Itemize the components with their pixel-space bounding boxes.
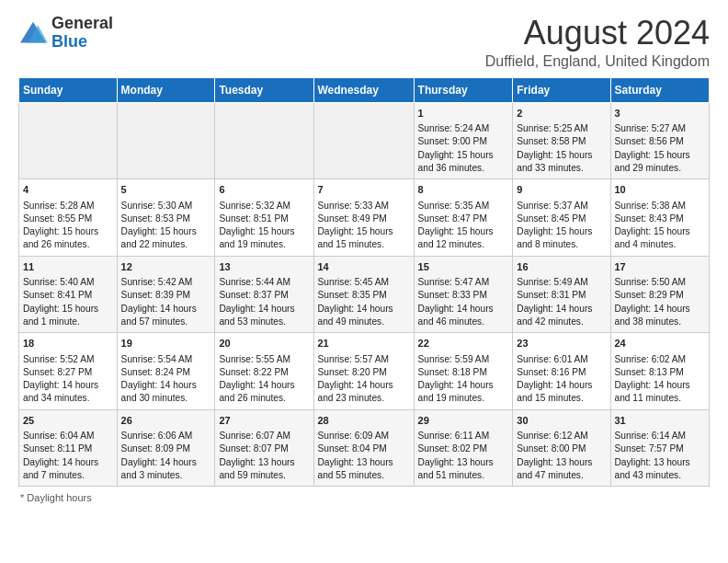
calendar-cell: 30Sunrise: 6:12 AMSunset: 8:00 PMDayligh… <box>513 409 610 487</box>
cell-line: Daylight: 13 hours and 59 minutes. <box>219 456 309 483</box>
header-row: Sunday Monday Tuesday Wednesday Thursday… <box>19 77 710 102</box>
day-number: 21 <box>318 337 410 350</box>
day-number: 1 <box>418 107 509 121</box>
day-number: 29 <box>418 414 509 428</box>
cell-line: Sunset: 8:16 PM <box>517 366 606 379</box>
cell-line: Sunset: 8:53 PM <box>121 213 211 225</box>
cell-line: Sunset: 8:09 PM <box>121 442 211 455</box>
cell-line: Sunrise: 5:30 AM <box>121 200 211 213</box>
calendar-week-3: 18Sunrise: 5:52 AMSunset: 8:27 PMDayligh… <box>19 333 710 410</box>
day-number: 31 <box>615 414 706 428</box>
calendar-cell: 21Sunrise: 5:57 AMSunset: 8:20 PMDayligh… <box>313 333 414 410</box>
calendar-cell: 15Sunrise: 5:47 AMSunset: 8:33 PMDayligh… <box>414 256 513 333</box>
calendar-cell: 14Sunrise: 5:45 AMSunset: 8:35 PMDayligh… <box>313 256 414 333</box>
cell-line: Daylight: 14 hours and 11 minutes. <box>615 379 706 406</box>
cell-line: Daylight: 14 hours and 53 minutes. <box>219 303 309 329</box>
day-number: 19 <box>121 337 211 350</box>
cell-line: Sunrise: 5:49 AM <box>517 276 606 289</box>
cell-line: Daylight: 13 hours and 51 minutes. <box>418 456 509 483</box>
cell-line: Sunrise: 5:59 AM <box>418 353 509 366</box>
cell-line: Sunset: 8:07 PM <box>219 442 309 455</box>
cell-line: Daylight: 15 hours and 22 minutes. <box>121 225 211 252</box>
cell-line: Sunrise: 6:02 AM <box>615 353 706 366</box>
cell-line: Daylight: 15 hours and 33 minutes. <box>517 149 606 176</box>
cell-line: Daylight: 14 hours and 23 minutes. <box>318 379 410 406</box>
calendar-cell: 28Sunrise: 6:09 AMSunset: 8:04 PMDayligh… <box>313 409 414 487</box>
cell-line: Sunrise: 6:04 AM <box>23 430 113 442</box>
calendar-cell: 22Sunrise: 5:59 AMSunset: 8:18 PMDayligh… <box>414 333 513 410</box>
cell-line: Daylight: 14 hours and 38 minutes. <box>615 303 706 329</box>
cell-line: Sunset: 8:02 PM <box>418 442 509 455</box>
cell-line: Daylight: 14 hours and 26 minutes. <box>219 379 309 406</box>
cell-line: Sunset: 8:00 PM <box>517 442 606 455</box>
col-friday: Friday <box>513 77 610 102</box>
logo-text: General Blue <box>51 15 113 52</box>
day-number: 7 <box>318 183 410 197</box>
day-number: 16 <box>517 260 606 274</box>
cell-line: Sunrise: 5:47 AM <box>418 276 509 289</box>
day-number: 2 <box>517 107 606 121</box>
cell-line: Daylight: 15 hours and 29 minutes. <box>615 149 706 176</box>
cell-line: Sunrise: 6:06 AM <box>121 430 211 442</box>
title-block: August 2024 Duffield, England, United Ki… <box>485 15 710 70</box>
subtitle: Duffield, England, United Kingdom <box>485 53 710 70</box>
cell-line: Daylight: 14 hours and 3 minutes. <box>121 456 211 483</box>
day-number: 8 <box>418 183 509 197</box>
cell-line: Sunset: 8:56 PM <box>615 135 706 148</box>
cell-line: Sunset: 8:13 PM <box>615 366 706 379</box>
cell-line: Sunrise: 5:54 AM <box>121 353 211 366</box>
cell-line: Daylight: 14 hours and 46 minutes. <box>418 303 509 329</box>
cell-line: Sunset: 8:47 PM <box>418 213 509 225</box>
cell-line: Sunset: 8:11 PM <box>23 442 113 455</box>
col-tuesday: Tuesday <box>215 77 313 102</box>
cell-line: Daylight: 15 hours and 15 minutes. <box>318 225 410 252</box>
cell-line: Sunrise: 6:09 AM <box>318 430 410 442</box>
cell-line: Sunrise: 5:55 AM <box>219 353 309 366</box>
calendar-cell <box>313 102 414 179</box>
cell-line: Daylight: 14 hours and 15 minutes. <box>517 379 606 406</box>
cell-line: Sunset: 8:31 PM <box>517 289 606 302</box>
calendar-cell: 2Sunrise: 5:25 AMSunset: 8:58 PMDaylight… <box>513 102 610 179</box>
logo: General Blue <box>18 15 113 52</box>
cell-line: Daylight: 15 hours and 26 minutes. <box>23 225 113 252</box>
calendar-cell: 23Sunrise: 6:01 AMSunset: 8:16 PMDayligh… <box>513 333 610 410</box>
cell-line: Daylight: 13 hours and 47 minutes. <box>517 456 606 483</box>
cell-line: Sunrise: 5:42 AM <box>121 276 211 289</box>
calendar-cell <box>215 102 313 179</box>
cell-line: Daylight: 14 hours and 34 minutes. <box>23 379 113 406</box>
day-number: 14 <box>318 260 410 274</box>
cell-line: Sunset: 8:51 PM <box>219 213 309 225</box>
cell-line: Daylight: 15 hours and 4 minutes. <box>615 225 706 252</box>
calendar-cell: 26Sunrise: 6:06 AMSunset: 8:09 PMDayligh… <box>117 409 215 487</box>
cell-line: Daylight: 14 hours and 7 minutes. <box>23 456 113 483</box>
cell-line: Daylight: 15 hours and 19 minutes. <box>219 225 309 252</box>
col-saturday: Saturday <box>610 77 710 102</box>
calendar-cell: 17Sunrise: 5:50 AMSunset: 8:29 PMDayligh… <box>610 256 710 333</box>
cell-line: Sunset: 8:27 PM <box>23 366 113 379</box>
cell-line: Sunrise: 6:01 AM <box>517 353 606 366</box>
cell-line: Sunset: 8:22 PM <box>219 366 309 379</box>
calendar-cell: 12Sunrise: 5:42 AMSunset: 8:39 PMDayligh… <box>117 256 215 333</box>
day-number: 25 <box>23 414 113 428</box>
cell-line: Sunrise: 6:12 AM <box>517 430 606 442</box>
cell-line: Sunrise: 6:07 AM <box>219 430 309 442</box>
col-monday: Monday <box>117 77 215 102</box>
cell-line: Daylight: 15 hours and 1 minute. <box>23 303 113 329</box>
calendar-week-1: 4Sunrise: 5:28 AMSunset: 8:55 PMDaylight… <box>19 179 710 257</box>
day-number: 3 <box>615 107 706 121</box>
day-number: 17 <box>615 260 706 274</box>
cell-line: Daylight: 14 hours and 57 minutes. <box>121 303 211 329</box>
cell-line: Sunrise: 5:27 AM <box>615 122 706 135</box>
calendar-cell: 5Sunrise: 5:30 AMSunset: 8:53 PMDaylight… <box>117 179 215 257</box>
calendar-cell: 8Sunrise: 5:35 AMSunset: 8:47 PMDaylight… <box>414 179 513 257</box>
day-number: 27 <box>219 414 309 428</box>
calendar-cell: 9Sunrise: 5:37 AMSunset: 8:45 PMDaylight… <box>513 179 610 257</box>
calendar-week-4: 25Sunrise: 6:04 AMSunset: 8:11 PMDayligh… <box>19 409 710 487</box>
cell-line: Sunrise: 5:40 AM <box>23 276 113 289</box>
calendar-cell: 20Sunrise: 5:55 AMSunset: 8:22 PMDayligh… <box>215 333 313 410</box>
cell-line: Daylight: 14 hours and 49 minutes. <box>318 303 410 329</box>
cell-line: Sunrise: 5:37 AM <box>517 200 606 213</box>
day-number: 30 <box>517 414 606 428</box>
page: General Blue August 2024 Duffield, Engla… <box>0 0 728 512</box>
calendar-cell: 11Sunrise: 5:40 AMSunset: 8:41 PMDayligh… <box>19 256 118 333</box>
